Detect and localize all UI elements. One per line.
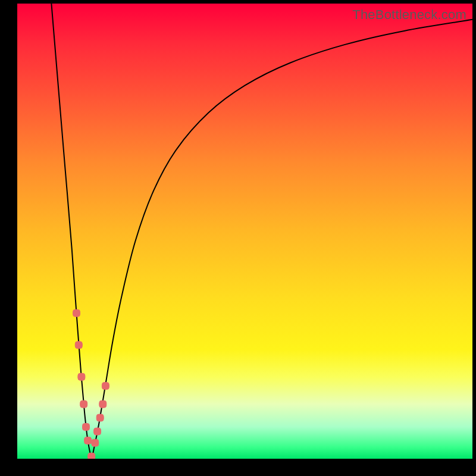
data-marker: [83, 424, 90, 431]
data-marker: [84, 437, 92, 444]
data-marker: [80, 400, 87, 408]
data-marker: [94, 428, 101, 435]
data-marker: [88, 453, 95, 459]
data-marker: [102, 383, 109, 390]
data-marker: [73, 309, 80, 317]
chart-svg: [17, 4, 472, 459]
data-marker: [99, 400, 107, 408]
data-marker: [78, 373, 85, 380]
chart-frame: TheBottleneck.com: [0, 0, 476, 476]
data-marker: [96, 414, 104, 421]
data-marker: [92, 439, 99, 446]
plot-area: TheBottleneck.com: [17, 4, 472, 459]
data-marker: [75, 342, 82, 349]
bottleneck-curve: [51, 4, 472, 456]
